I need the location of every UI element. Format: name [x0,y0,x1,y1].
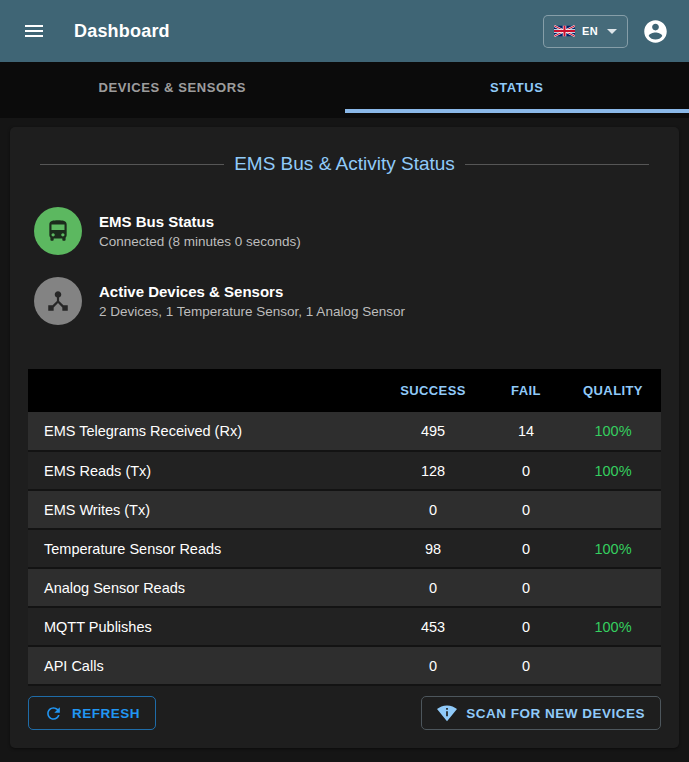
refresh-button[interactable]: REFRESH [28,696,156,730]
status-table: SUCCESS FAIL QUALITY EMS Telegrams Recei… [28,369,661,686]
row-label: Analog Sensor Reads [28,568,379,607]
row-label: MQTT Publishes [28,607,379,646]
row-fail: 0 [487,490,565,529]
row-label: EMS Writes (Tx) [28,490,379,529]
divider-right [465,164,649,165]
header-quality: QUALITY [565,369,661,412]
menu-button[interactable] [16,13,52,49]
row-fail: 0 [487,568,565,607]
chevron-down-icon [607,29,617,34]
tab-bar: DEVICES & SENSORS STATUS [0,62,689,118]
row-success: 98 [379,529,487,568]
refresh-label: REFRESH [72,706,140,721]
row-fail: 0 [487,529,565,568]
scan-wifi-icon [437,703,457,723]
row-quality [565,646,661,685]
uk-flag-icon [554,25,575,37]
bus-status-avatar [34,207,82,255]
table-row: API Calls 0 0 [28,646,661,685]
row-quality: 100% [565,451,661,490]
status-list: EMS Bus Status Connected (8 minutes 0 se… [34,207,661,347]
row-success: 495 [379,412,487,451]
header-blank [28,369,379,412]
scan-label: SCAN FOR NEW DEVICES [466,706,645,721]
row-quality [565,568,661,607]
header-success: SUCCESS [379,369,487,412]
table-row: EMS Reads (Tx) 128 0 100% [28,451,661,490]
row-success: 453 [379,607,487,646]
scan-devices-button[interactable]: SCAN FOR NEW DEVICES [421,696,661,730]
status-table-head: SUCCESS FAIL QUALITY [28,369,661,412]
status-table-body: EMS Telegrams Received (Rx) 495 14 100% … [28,412,661,685]
card-title-row: EMS Bus & Activity Status [40,153,649,175]
row-quality [565,490,661,529]
status-card: EMS Bus & Activity Status EMS Bus Status… [10,127,679,748]
row-label: API Calls [28,646,379,685]
page-title: Dashboard [74,21,170,42]
list-item-active-devices: Active Devices & Sensors 2 Devices, 1 Te… [34,277,661,325]
menu-icon [22,19,46,43]
row-fail: 0 [487,451,565,490]
language-code: EN [582,25,598,37]
row-success: 0 [379,490,487,529]
status-table-wrap: SUCCESS FAIL QUALITY EMS Telegrams Recei… [28,369,661,686]
row-fail: 0 [487,646,565,685]
row-success: 128 [379,451,487,490]
status-item-title: EMS Bus Status [99,213,301,230]
row-success: 0 [379,646,487,685]
row-label: EMS Reads (Tx) [28,451,379,490]
tab-status[interactable]: STATUS [345,62,689,112]
devices-avatar [34,277,82,325]
row-quality: 100% [565,412,661,451]
bus-icon [45,218,71,244]
app-bar: Dashboard EN [0,0,689,62]
row-quality: 100% [565,529,661,568]
table-row: Analog Sensor Reads 0 0 [28,568,661,607]
devices-text: Active Devices & Sensors 2 Devices, 1 Te… [99,283,405,319]
account-button[interactable] [636,12,675,51]
table-row: EMS Telegrams Received (Rx) 495 14 100% [28,412,661,451]
row-fail: 0 [487,607,565,646]
header-fail: FAIL [487,369,565,412]
language-selector[interactable]: EN [543,15,628,48]
tab-label: DEVICES & SENSORS [99,80,246,95]
refresh-icon [44,704,63,723]
row-quality: 100% [565,607,661,646]
active-tab-indicator [345,109,689,113]
status-item-subtitle: 2 Devices, 1 Temperature Sensor, 1 Analo… [99,304,405,319]
row-label: Temperature Sensor Reads [28,529,379,568]
list-item-bus-status: EMS Bus Status Connected (8 minutes 0 se… [34,207,661,255]
card-actions: REFRESH SCAN FOR NEW DEVICES [28,696,661,732]
table-row: MQTT Publishes 453 0 100% [28,607,661,646]
table-row: EMS Writes (Tx) 0 0 [28,490,661,529]
table-header-row: SUCCESS FAIL QUALITY [28,369,661,412]
tab-label: STATUS [490,80,544,95]
card-title: EMS Bus & Activity Status [224,153,465,175]
divider-left [40,164,224,165]
table-row: Temperature Sensor Reads 98 0 100% [28,529,661,568]
status-item-title: Active Devices & Sensors [99,283,405,300]
tab-devices-sensors[interactable]: DEVICES & SENSORS [0,62,345,112]
status-item-subtitle: Connected (8 minutes 0 seconds) [99,234,301,249]
row-success: 0 [379,568,487,607]
device-hub-icon [45,288,71,314]
row-fail: 14 [487,412,565,451]
bus-status-text: EMS Bus Status Connected (8 minutes 0 se… [99,213,301,249]
row-label: EMS Telegrams Received (Rx) [28,412,379,451]
account-circle-icon [642,18,669,45]
